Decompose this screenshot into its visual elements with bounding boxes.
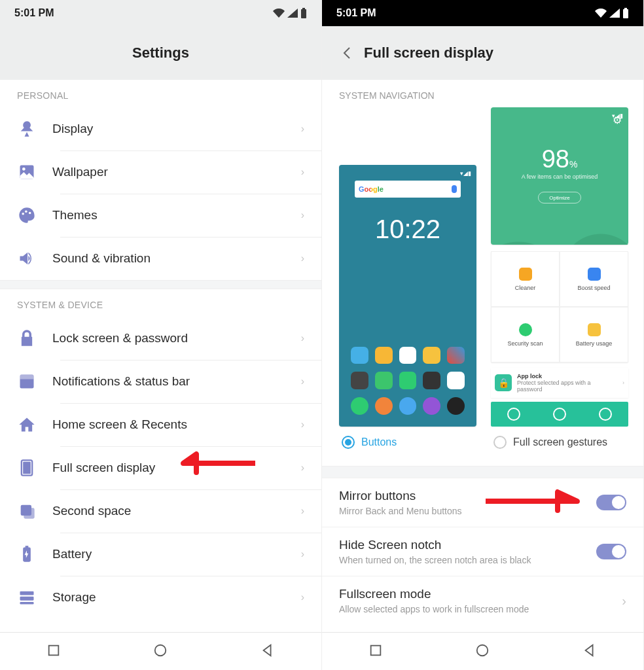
row-title: Mirror buttons: [339, 489, 586, 503]
app-grid: [344, 344, 471, 421]
clock-widget: 10:22: [344, 215, 471, 244]
svg-point-3: [22, 168, 26, 171]
applock-sub: Protect selected apps with a password: [517, 379, 617, 393]
chevron-right-icon: ›: [301, 253, 304, 264]
item-label: Sound & vibration: [52, 251, 285, 266]
item-label: Themes: [52, 208, 285, 222]
item-themes[interactable]: Themes ›: [0, 194, 321, 237]
chevron-right-icon: ›: [301, 209, 304, 221]
statusbar: 5:01 PM: [322, 0, 643, 26]
wallpaper-icon: [17, 162, 37, 182]
svg-rect-20: [623, 9, 628, 18]
themes-icon: [17, 205, 37, 225]
gestures-option[interactable]: ▾◢▮ ⚙ 98% A few items can be optimised O…: [491, 107, 628, 459]
chevron-right-icon: ›: [301, 548, 304, 560]
item-full-screen-display[interactable]: Full screen display ›: [0, 446, 321, 489]
svg-point-19: [155, 644, 166, 656]
row-subtitle: Mirror Back and Menu buttons: [339, 506, 586, 516]
nav-recents[interactable]: [46, 643, 61, 660]
page-title: Settings: [132, 44, 189, 62]
item-wallpaper[interactable]: Wallpaper ›: [0, 150, 321, 194]
svg-rect-22: [370, 645, 380, 655]
home-icon: [17, 415, 37, 434]
status-icons: [273, 8, 307, 18]
gestures-preview-card: ▾◢▮ ⚙ 98% A few items can be optimised O…: [491, 107, 628, 245]
row-hide-notch[interactable]: Hide Screen notch When turned on, the sc…: [322, 527, 643, 576]
section-system-label: SYSTEM & DEVICE: [0, 289, 321, 317]
fullscreen-display-screen: 5:01 PM Full screen display SYSTEM NAVIG…: [322, 0, 644, 670]
chevron-right-icon: ›: [301, 419, 304, 431]
item-lock-screen[interactable]: Lock screen & password ›: [0, 317, 321, 360]
wifi-icon: [273, 9, 285, 18]
svg-rect-21: [624, 8, 627, 9]
svg-rect-14: [26, 546, 29, 548]
chevron-right-icon: ›: [301, 166, 304, 178]
buttons-preview-card: ▾◢▮ Google 10:22: [339, 165, 476, 427]
nav-home[interactable]: [153, 643, 168, 660]
svg-point-4: [22, 213, 24, 215]
back-button[interactable]: [339, 46, 353, 60]
settings-gear-icon: ⚙: [613, 114, 622, 126]
tools-grid: Cleaner Boost speed Security scan Batter…: [491, 251, 628, 362]
section-divider: [0, 280, 321, 289]
item-label: Wallpaper: [52, 165, 285, 179]
item-home-screen[interactable]: Home screen & Recents ›: [0, 403, 321, 446]
chevron-right-icon: ›: [301, 123, 304, 135]
svg-point-5: [25, 210, 27, 213]
radio-gestures[interactable]: Full screen gestures: [491, 427, 628, 459]
decorative-hill: [491, 173, 628, 245]
svg-rect-16: [20, 597, 34, 601]
row-mirror-buttons[interactable]: Mirror buttons Mirror Back and Menu butt…: [322, 478, 643, 527]
item-storage[interactable]: Storage ›: [0, 576, 321, 619]
tool-boost: Boost speed: [560, 251, 628, 307]
nav-back[interactable]: [260, 643, 275, 660]
svg-rect-17: [20, 602, 34, 605]
svg-rect-18: [48, 645, 58, 655]
storage-icon: [17, 588, 37, 607]
chevron-right-icon: ›: [301, 505, 304, 517]
navigation-preview-cards: ▾◢▮ Google 10:22: [322, 107, 643, 466]
battery-icon: [300, 8, 307, 18]
chevron-right-icon: ›: [301, 332, 304, 344]
nav-home[interactable]: [475, 643, 490, 660]
signal-icon: [287, 9, 298, 18]
item-label: Battery: [52, 547, 285, 561]
radio-buttons[interactable]: Buttons: [339, 427, 476, 459]
sound-icon: [17, 249, 37, 268]
chevron-right-icon: ›: [301, 591, 304, 603]
nav-recents[interactable]: [368, 643, 383, 660]
row-subtitle: When turned on, the screen notch area is…: [339, 555, 586, 565]
item-label: Full screen display: [52, 461, 285, 475]
header: Settings: [0, 26, 321, 80]
settings-screen: 5:01 PM Settings PERSONAL Display › Wall…: [0, 0, 322, 670]
signal-icon: [609, 9, 620, 18]
item-label: Second space: [52, 504, 285, 518]
nav-back[interactable]: [582, 643, 597, 660]
item-label: Notifications & status bar: [52, 374, 285, 389]
android-navbar: [322, 632, 643, 670]
svg-point-6: [29, 212, 31, 215]
fullscreen-content: SYSTEM NAVIGATION ▾◢▮ Google 10:22: [322, 80, 643, 632]
google-logo: Google: [359, 185, 384, 193]
mic-icon: [452, 185, 457, 193]
buttons-option[interactable]: ▾◢▮ Google 10:22: [339, 165, 476, 459]
svg-rect-10: [23, 462, 31, 474]
item-second-space[interactable]: Second space ›: [0, 489, 321, 533]
radio-icon: [493, 436, 507, 449]
radio-icon: [342, 436, 355, 449]
toggle-switch[interactable]: [596, 495, 626, 510]
item-notifications[interactable]: Notifications & status bar ›: [0, 360, 321, 403]
item-battery[interactable]: Battery ›: [0, 533, 321, 576]
svg-rect-0: [301, 9, 306, 18]
item-display[interactable]: Display ›: [0, 107, 321, 150]
statusbar-time: 5:01 PM: [336, 7, 376, 19]
second-space-icon: [17, 501, 37, 521]
statusbar-time: 5:01 PM: [14, 7, 54, 19]
section-divider: [322, 466, 643, 478]
item-sound[interactable]: Sound & vibration ›: [0, 237, 321, 280]
page-title: Full screen display: [364, 44, 493, 62]
section-label: SYSTEM NAVIGATION: [322, 80, 643, 107]
row-fullscreen-mode[interactable]: Fullscreen mode Allow selected apps to w…: [322, 576, 643, 625]
svg-rect-8: [20, 375, 34, 379]
toggle-switch[interactable]: [596, 544, 626, 559]
